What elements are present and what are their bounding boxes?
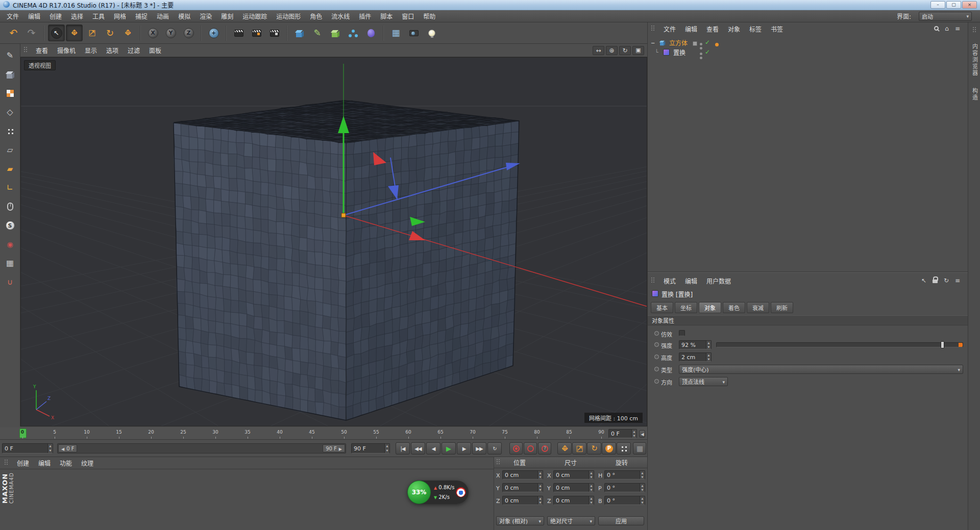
dock-tab-1[interactable]: 构造 <box>970 86 978 103</box>
scale-tool-button[interactable]: □↗ <box>84 24 101 41</box>
axis-mode-button[interactable]: ∟ <box>3 180 18 195</box>
render-view-button[interactable] <box>230 24 247 41</box>
coord-mode-dropdown[interactable]: 对象 (相对)▾ <box>496 516 544 525</box>
material-menu-3[interactable]: 纹理 <box>77 457 98 469</box>
height-field[interactable]: 2 cm ▲▼ <box>679 352 712 362</box>
stepper[interactable]: ▲▼ <box>589 484 594 492</box>
stepper[interactable]: ▲▼ <box>589 471 594 479</box>
coord-field-0-2[interactable]: 0 cm▲▼ <box>502 496 543 505</box>
om-menu-4[interactable]: 标签 <box>745 23 766 35</box>
attr-tab-4[interactable]: 衰减 <box>747 302 769 313</box>
minimize-button[interactable]: – <box>930 1 945 9</box>
polygons-mode-button[interactable]: ▰ <box>3 161 18 176</box>
redo-button[interactable]: ↷ <box>23 24 40 41</box>
am-menu-0[interactable]: 模式 <box>659 275 680 287</box>
snap-button[interactable]: S <box>3 218 18 233</box>
move-tool-button[interactable]: ↔↕ <box>66 24 83 41</box>
main-menu-4[interactable]: 工具 <box>88 10 109 22</box>
ruler-frame-field[interactable]: 0 F ▲▼ <box>608 429 637 438</box>
coord-field-1-2[interactable]: 0 cm▲▼ <box>553 496 594 505</box>
maximize-button[interactable]: ▢ <box>946 1 961 9</box>
perspective-viewport[interactable]: YXZ 透视视图 网格间距 : 100 cm <box>20 57 647 426</box>
main-menu-18[interactable]: 帮助 <box>419 10 440 22</box>
rotate-view-button[interactable]: ↻ <box>619 46 631 55</box>
direction-dropdown[interactable]: 顶点法线▾ <box>679 377 728 386</box>
end-frame-field[interactable]: 90 F ▲▼ <box>351 443 390 453</box>
object-row-displacer[interactable]: └ 置换 ✓ <box>648 47 964 57</box>
object-name[interactable]: 立方体 <box>669 38 688 47</box>
coord-size-dropdown[interactable]: 绝对尺寸▾ <box>547 516 595 525</box>
material-menu-2[interactable]: 功能 <box>55 457 77 469</box>
memory-ball[interactable]: 33% <box>407 481 431 504</box>
points-mode-button[interactable] <box>3 123 18 139</box>
undo-button[interactable]: ↶ <box>5 24 22 41</box>
record-keyframe-button[interactable] <box>509 442 523 455</box>
viewport-menu-3[interactable]: 选项 <box>102 44 123 56</box>
coord-field-0-0[interactable]: 0 cm▲▼ <box>502 470 543 479</box>
viewport-menu-1[interactable]: 摄像机 <box>53 44 80 56</box>
speed-overlay[interactable]: 33% ▲ 0.8K/s ▼ 2K/s <box>407 481 469 504</box>
main-menu-6[interactable]: 捕捉 <box>131 10 152 22</box>
main-menu-0[interactable]: 文件 <box>2 10 23 22</box>
refresh-button[interactable]: ↻ <box>944 277 949 284</box>
stepper[interactable]: ▲▼ <box>537 471 543 479</box>
anim-dot[interactable] <box>654 342 659 347</box>
pan-view-button[interactable]: ↔ <box>593 46 604 55</box>
stepper[interactable]: ▲▼ <box>706 341 711 349</box>
prev-frame-button[interactable]: ◀ <box>426 442 440 455</box>
viewport-menu-0[interactable]: 查看 <box>31 44 53 56</box>
viewport-menu-5[interactable]: 面板 <box>144 44 166 56</box>
main-menu-7[interactable]: 动画 <box>152 10 174 22</box>
main-menu-14[interactable]: 流水线 <box>327 10 354 22</box>
key-rotation-button[interactable]: ↻ <box>587 442 601 455</box>
object-row-cube[interactable]: − 立方体 ✓ <box>648 38 964 47</box>
main-menu-12[interactable]: 运动图形 <box>272 10 305 22</box>
render-settings-button[interactable] <box>266 24 283 41</box>
goto-start-button[interactable]: |◀ <box>396 442 410 455</box>
panel-menu-button[interactable]: ≡ <box>955 277 960 284</box>
attr-tab-3[interactable]: 着色 <box>723 302 745 313</box>
key-scale-button[interactable]: □↗ <box>572 442 586 455</box>
coord-field-2-0[interactable]: 0 °▲▼ <box>604 470 645 479</box>
stepper[interactable]: ▲▼ <box>47 444 53 453</box>
live-selection-button[interactable]: ↖ <box>48 24 65 41</box>
emulation-checkbox[interactable] <box>679 330 685 336</box>
anim-dot[interactable] <box>654 355 659 359</box>
object-properties-section[interactable]: 对象属性 <box>648 315 968 325</box>
stepper[interactable]: ▲▼ <box>640 484 645 492</box>
stepper[interactable]: ▲▼ <box>589 496 594 504</box>
camera-object-button[interactable] <box>405 24 422 41</box>
deformer-button[interactable] <box>362 24 379 41</box>
main-menu-16[interactable]: 脚本 <box>376 10 397 22</box>
strength-field[interactable]: 92 % ▲▼ <box>679 340 712 349</box>
loop-button[interactable]: ↻ <box>487 442 502 455</box>
title-bar[interactable]: CINEMA 4D R17.016 Studio (R17) - [未标题 3 … <box>0 0 980 10</box>
autokey-button[interactable] <box>524 442 537 455</box>
dock-tab-0[interactable]: 内容浏览器 <box>970 41 978 79</box>
keyframe-panel-button[interactable]: ▦ <box>633 442 646 455</box>
coord-field-1-0[interactable]: 0 cm▲▼ <box>553 470 594 479</box>
attr-tab-1[interactable]: 坐标 <box>675 302 697 313</box>
main-menu-3[interactable]: 选择 <box>66 10 88 22</box>
main-menu-8[interactable]: 模拟 <box>174 10 195 22</box>
om-menu-1[interactable]: 编辑 <box>680 23 702 35</box>
strength-slider[interactable] <box>716 342 963 347</box>
add-cube-button[interactable] <box>291 24 308 41</box>
next-key-button[interactable]: ▶▶ <box>472 442 486 455</box>
magnet-button[interactable]: ∪ <box>3 274 18 290</box>
texture-mode-button[interactable] <box>3 86 18 101</box>
viewport-canvas[interactable]: YXZ <box>21 58 647 426</box>
type-dropdown[interactable]: 强度(中心)▾ <box>679 365 963 374</box>
light-object-button[interactable] <box>423 24 440 41</box>
om-menu-5[interactable]: 书签 <box>766 23 788 35</box>
axis-x-button[interactable]: X <box>144 24 161 41</box>
main-menu-2[interactable]: 创建 <box>45 10 66 22</box>
home-button[interactable]: ⌂ <box>945 25 949 32</box>
attr-tab-0[interactable]: 基本 <box>651 302 673 313</box>
rotate-tool-button[interactable]: ↻ <box>102 24 118 41</box>
main-menu-10[interactable]: 雕刻 <box>216 10 238 22</box>
edges-mode-button[interactable]: ▱ <box>3 142 18 158</box>
view-label[interactable]: 透视视图 <box>24 60 56 70</box>
om-menu-3[interactable]: 对象 <box>723 23 745 35</box>
ruler-scale-button[interactable]: ◀ <box>639 430 645 438</box>
